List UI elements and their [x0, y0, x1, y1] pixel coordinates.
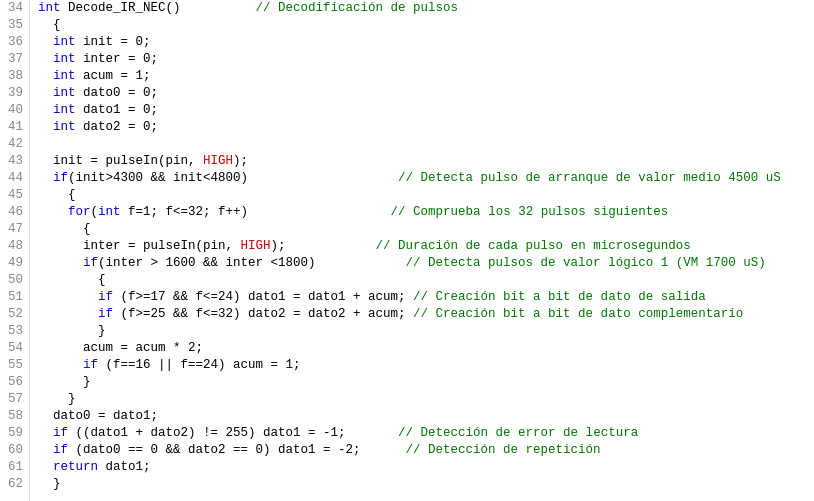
- line-number: 47: [6, 221, 23, 238]
- code-line: int acum = 1;: [38, 68, 814, 85]
- code-editor: 3435363738394041424344454647484950515253…: [0, 0, 814, 501]
- code-line: int dato2 = 0;: [38, 119, 814, 136]
- line-number: 43: [6, 153, 23, 170]
- code-line: }: [38, 374, 814, 391]
- code-line: }: [38, 391, 814, 408]
- code-line: if(inter > 1600 && inter <1800) // Detec…: [38, 255, 814, 272]
- line-number: 57: [6, 391, 23, 408]
- code-line: {: [38, 187, 814, 204]
- line-number: 61: [6, 459, 23, 476]
- code-line: dato0 = dato1;: [38, 408, 814, 425]
- line-number: 52: [6, 306, 23, 323]
- code-line: {: [38, 17, 814, 34]
- code-line: int dato0 = 0;: [38, 85, 814, 102]
- code-line: }: [38, 323, 814, 340]
- line-number: 48: [6, 238, 23, 255]
- line-number: 44: [6, 170, 23, 187]
- code-line: {: [38, 272, 814, 289]
- code-line: int inter = 0;: [38, 51, 814, 68]
- line-number: 37: [6, 51, 23, 68]
- line-number: 39: [6, 85, 23, 102]
- code-line: int Decode_IR_NEC() // Decodificación de…: [38, 0, 814, 17]
- line-number: 62: [6, 476, 23, 493]
- line-number: 49: [6, 255, 23, 272]
- code-line: int init = 0;: [38, 34, 814, 51]
- line-number: 53: [6, 323, 23, 340]
- line-number: 60: [6, 442, 23, 459]
- line-number: 35: [6, 17, 23, 34]
- line-number: 34: [6, 0, 23, 17]
- line-number: 38: [6, 68, 23, 85]
- code-line: int dato1 = 0;: [38, 102, 814, 119]
- code-line: if (dato0 == 0 && dato2 == 0) dato1 = -2…: [38, 442, 814, 459]
- code-line: if ((dato1 + dato2) != 255) dato1 = -1; …: [38, 425, 814, 442]
- code-line: [38, 136, 814, 153]
- line-number: 59: [6, 425, 23, 442]
- code-line: init = pulseIn(pin, HIGH);: [38, 153, 814, 170]
- line-number: 55: [6, 357, 23, 374]
- line-number: 42: [6, 136, 23, 153]
- code-line: if (f==16 || f==24) acum = 1;: [38, 357, 814, 374]
- code-line: if (f>=25 && f<=32) dato2 = dato2 + acum…: [38, 306, 814, 323]
- line-number: 36: [6, 34, 23, 51]
- code-line: inter = pulseIn(pin, HIGH); // Duración …: [38, 238, 814, 255]
- line-number: 54: [6, 340, 23, 357]
- code-line: return dato1;: [38, 459, 814, 476]
- code-content: int Decode_IR_NEC() // Decodificación de…: [30, 0, 814, 501]
- code-line: for(int f=1; f<=32; f++) // Comprueba lo…: [38, 204, 814, 221]
- line-number: 56: [6, 374, 23, 391]
- code-line: }: [38, 476, 814, 493]
- line-number: 51: [6, 289, 23, 306]
- line-number: 40: [6, 102, 23, 119]
- line-number: 50: [6, 272, 23, 289]
- code-line: if (f>=17 && f<=24) dato1 = dato1 + acum…: [38, 289, 814, 306]
- code-line: {: [38, 221, 814, 238]
- line-number: 41: [6, 119, 23, 136]
- line-numbers-gutter: 3435363738394041424344454647484950515253…: [0, 0, 30, 501]
- line-number: 58: [6, 408, 23, 425]
- line-number: 45: [6, 187, 23, 204]
- line-number: 46: [6, 204, 23, 221]
- code-line: acum = acum * 2;: [38, 340, 814, 357]
- code-line: if(init>4300 && init<4800) // Detecta pu…: [38, 170, 814, 187]
